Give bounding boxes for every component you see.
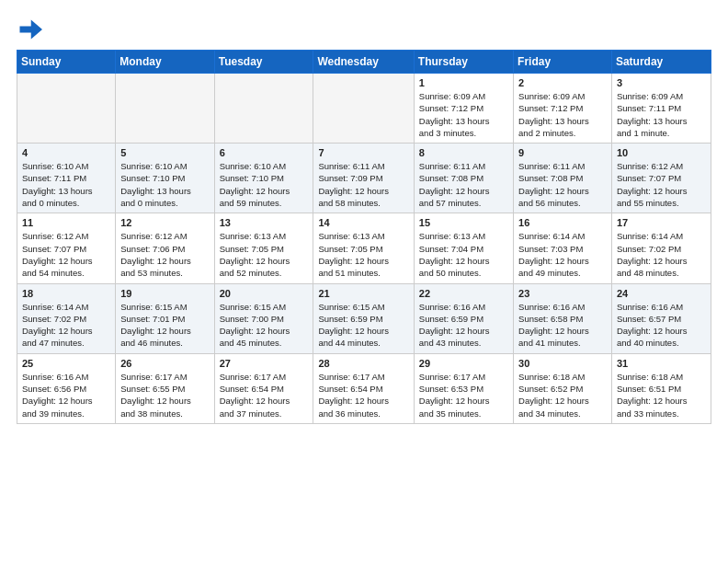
day-number: 12 — [120, 217, 209, 228]
calendar-cell: 8Sunrise: 6:11 AM Sunset: 7:08 PM Daylig… — [414, 144, 513, 213]
day-number: 20 — [220, 288, 309, 299]
weekday-header-tuesday: Tuesday — [214, 51, 313, 74]
calendar-cell: 30Sunrise: 6:18 AM Sunset: 6:52 PM Dayli… — [514, 353, 612, 423]
day-info: Sunrise: 6:11 AM Sunset: 7:08 PM Dayligh… — [518, 160, 607, 209]
calendar-cell: 3Sunrise: 6:09 AM Sunset: 7:11 PM Daylig… — [611, 74, 711, 144]
header — [17, 17, 711, 42]
weekday-header-wednesday: Wednesday — [313, 51, 414, 74]
svg-marker-0 — [20, 20, 43, 40]
calendar-cell: 6Sunrise: 6:10 AM Sunset: 7:10 PM Daylig… — [214, 144, 313, 213]
calendar-cell: 24Sunrise: 6:16 AM Sunset: 6:57 PM Dayli… — [611, 283, 711, 353]
calendar-cell: 26Sunrise: 6:17 AM Sunset: 6:55 PM Dayli… — [116, 353, 214, 423]
day-info: Sunrise: 6:15 AM Sunset: 7:01 PM Dayligh… — [120, 301, 209, 350]
day-info: Sunrise: 6:17 AM Sunset: 6:53 PM Dayligh… — [419, 371, 508, 419]
day-info: Sunrise: 6:12 AM Sunset: 7:06 PM Dayligh… — [120, 230, 209, 279]
day-info: Sunrise: 6:10 AM Sunset: 7:10 PM Dayligh… — [220, 160, 309, 209]
calendar-cell: 5Sunrise: 6:10 AM Sunset: 7:10 PM Daylig… — [116, 144, 214, 213]
day-number: 19 — [120, 288, 209, 299]
calendar-cell — [116, 74, 214, 144]
day-number: 4 — [22, 147, 110, 158]
day-number: 22 — [419, 288, 508, 299]
calendar-cell: 9Sunrise: 6:11 AM Sunset: 7:08 PM Daylig… — [514, 144, 612, 213]
day-number: 10 — [617, 147, 706, 158]
calendar-cell: 31Sunrise: 6:18 AM Sunset: 6:51 PM Dayli… — [611, 353, 711, 423]
day-number: 18 — [22, 288, 110, 299]
day-number: 13 — [220, 217, 309, 228]
day-info: Sunrise: 6:15 AM Sunset: 6:59 PM Dayligh… — [318, 301, 408, 350]
calendar: SundayMondayTuesdayWednesdayThursdayFrid… — [17, 50, 711, 424]
day-number: 21 — [318, 288, 408, 299]
day-info: Sunrise: 6:17 AM Sunset: 6:55 PM Dayligh… — [120, 371, 209, 419]
calendar-cell: 1Sunrise: 6:09 AM Sunset: 7:12 PM Daylig… — [414, 74, 513, 144]
calendar-cell: 22Sunrise: 6:16 AM Sunset: 6:59 PM Dayli… — [414, 283, 513, 353]
day-info: Sunrise: 6:17 AM Sunset: 6:54 PM Dayligh… — [318, 371, 408, 419]
calendar-week-row: 4Sunrise: 6:10 AM Sunset: 7:11 PM Daylig… — [17, 144, 711, 213]
day-info: Sunrise: 6:12 AM Sunset: 7:07 PM Dayligh… — [22, 230, 110, 279]
day-info: Sunrise: 6:14 AM Sunset: 7:02 PM Dayligh… — [22, 301, 110, 350]
day-info: Sunrise: 6:10 AM Sunset: 7:11 PM Dayligh… — [22, 160, 110, 209]
day-info: Sunrise: 6:16 AM Sunset: 6:59 PM Dayligh… — [419, 301, 508, 350]
day-number: 15 — [419, 217, 508, 228]
calendar-cell: 13Sunrise: 6:13 AM Sunset: 7:05 PM Dayli… — [214, 213, 313, 283]
logo-icon — [17, 17, 42, 42]
day-number: 25 — [22, 358, 110, 369]
calendar-week-row: 1Sunrise: 6:09 AM Sunset: 7:12 PM Daylig… — [17, 74, 711, 144]
day-info: Sunrise: 6:16 AM Sunset: 6:57 PM Dayligh… — [617, 301, 706, 350]
calendar-cell: 2Sunrise: 6:09 AM Sunset: 7:12 PM Daylig… — [514, 74, 612, 144]
day-info: Sunrise: 6:16 AM Sunset: 6:58 PM Dayligh… — [518, 301, 607, 350]
calendar-cell: 7Sunrise: 6:11 AM Sunset: 7:09 PM Daylig… — [313, 144, 414, 213]
calendar-week-row: 25Sunrise: 6:16 AM Sunset: 6:56 PM Dayli… — [17, 353, 711, 423]
day-number: 9 — [518, 147, 607, 158]
day-info: Sunrise: 6:13 AM Sunset: 7:04 PM Dayligh… — [419, 230, 508, 279]
calendar-week-row: 11Sunrise: 6:12 AM Sunset: 7:07 PM Dayli… — [17, 213, 711, 283]
day-number: 26 — [120, 358, 209, 369]
day-info: Sunrise: 6:09 AM Sunset: 7:11 PM Dayligh… — [617, 90, 706, 139]
calendar-cell: 28Sunrise: 6:17 AM Sunset: 6:54 PM Dayli… — [313, 353, 414, 423]
day-info: Sunrise: 6:10 AM Sunset: 7:10 PM Dayligh… — [120, 160, 209, 209]
calendar-cell: 10Sunrise: 6:12 AM Sunset: 7:07 PM Dayli… — [611, 144, 711, 213]
calendar-cell: 23Sunrise: 6:16 AM Sunset: 6:58 PM Dayli… — [514, 283, 612, 353]
weekday-header-saturday: Saturday — [611, 51, 711, 74]
day-number: 1 — [419, 77, 508, 88]
calendar-cell: 21Sunrise: 6:15 AM Sunset: 6:59 PM Dayli… — [313, 283, 414, 353]
day-info: Sunrise: 6:17 AM Sunset: 6:54 PM Dayligh… — [220, 371, 309, 419]
day-info: Sunrise: 6:13 AM Sunset: 7:05 PM Dayligh… — [318, 230, 408, 279]
day-number: 23 — [518, 288, 607, 299]
day-number: 27 — [220, 358, 309, 369]
calendar-cell: 20Sunrise: 6:15 AM Sunset: 7:00 PM Dayli… — [214, 283, 313, 353]
weekday-header-friday: Friday — [514, 51, 612, 74]
calendar-cell: 16Sunrise: 6:14 AM Sunset: 7:03 PM Dayli… — [514, 213, 612, 283]
day-number: 29 — [419, 358, 508, 369]
day-number: 11 — [22, 217, 110, 228]
day-number: 6 — [220, 147, 309, 158]
calendar-cell: 14Sunrise: 6:13 AM Sunset: 7:05 PM Dayli… — [313, 213, 414, 283]
calendar-cell — [214, 74, 313, 144]
day-number: 5 — [120, 147, 209, 158]
weekday-header-row: SundayMondayTuesdayWednesdayThursdayFrid… — [17, 51, 711, 74]
calendar-cell: 18Sunrise: 6:14 AM Sunset: 7:02 PM Dayli… — [17, 283, 116, 353]
calendar-cell: 19Sunrise: 6:15 AM Sunset: 7:01 PM Dayli… — [116, 283, 214, 353]
day-info: Sunrise: 6:14 AM Sunset: 7:03 PM Dayligh… — [518, 230, 607, 279]
calendar-cell — [313, 74, 414, 144]
day-number: 17 — [617, 217, 706, 228]
calendar-cell: 11Sunrise: 6:12 AM Sunset: 7:07 PM Dayli… — [17, 213, 116, 283]
day-number: 8 — [419, 147, 508, 158]
day-number: 30 — [518, 358, 607, 369]
day-info: Sunrise: 6:09 AM Sunset: 7:12 PM Dayligh… — [419, 90, 508, 139]
calendar-cell: 27Sunrise: 6:17 AM Sunset: 6:54 PM Dayli… — [214, 353, 313, 423]
day-info: Sunrise: 6:18 AM Sunset: 6:52 PM Dayligh… — [518, 371, 607, 419]
day-number: 31 — [617, 358, 706, 369]
calendar-cell: 12Sunrise: 6:12 AM Sunset: 7:06 PM Dayli… — [116, 213, 214, 283]
calendar-cell: 15Sunrise: 6:13 AM Sunset: 7:04 PM Dayli… — [414, 213, 513, 283]
calendar-cell: 25Sunrise: 6:16 AM Sunset: 6:56 PM Dayli… — [17, 353, 116, 423]
calendar-cell: 29Sunrise: 6:17 AM Sunset: 6:53 PM Dayli… — [414, 353, 513, 423]
day-info: Sunrise: 6:11 AM Sunset: 7:08 PM Dayligh… — [419, 160, 508, 209]
day-number: 3 — [617, 77, 706, 88]
day-info: Sunrise: 6:11 AM Sunset: 7:09 PM Dayligh… — [318, 160, 408, 209]
calendar-week-row: 18Sunrise: 6:14 AM Sunset: 7:02 PM Dayli… — [17, 283, 711, 353]
day-info: Sunrise: 6:15 AM Sunset: 7:00 PM Dayligh… — [220, 301, 309, 350]
calendar-cell — [17, 74, 116, 144]
weekday-header-monday: Monday — [116, 51, 214, 74]
calendar-cell: 4Sunrise: 6:10 AM Sunset: 7:11 PM Daylig… — [17, 144, 116, 213]
day-info: Sunrise: 6:16 AM Sunset: 6:56 PM Dayligh… — [22, 371, 110, 419]
